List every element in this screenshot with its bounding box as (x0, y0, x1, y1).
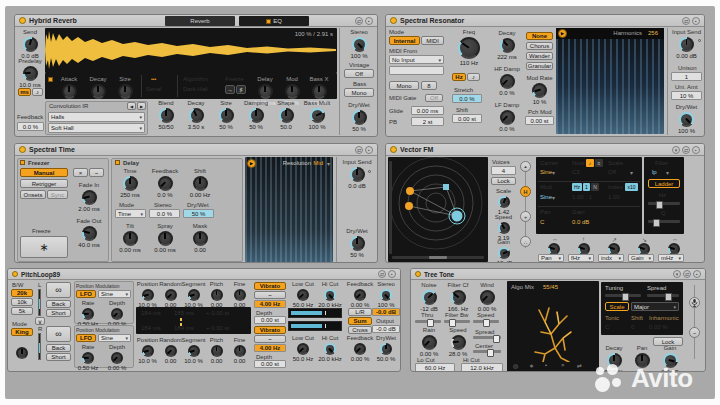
eq-enable-toggle[interactable] (266, 19, 271, 24)
delay-l-b[interactable]: 185 ms (174, 310, 194, 316)
scale-mode-value[interactable]: Off (608, 169, 616, 175)
carrier-dropdown-arrow[interactable]: ▾ (552, 169, 555, 176)
freq-knob-value[interactable]: 110 Hz (460, 60, 479, 67)
feedback-r-knob-value[interactable]: 0.00 % (351, 356, 370, 363)
scale-dropdown[interactable]: Major (631, 302, 679, 311)
add-button[interactable]: + (520, 211, 531, 222)
xy-h-scrollbar[interactable] (392, 256, 484, 259)
drywet-knob-value[interactable]: 50 % (352, 126, 366, 133)
fade-out-knob-dial[interactable] (82, 226, 97, 241)
bw-20k-button[interactable]: 20k (11, 289, 33, 297)
mode-midi-button[interactable]: MIDI (421, 36, 444, 45)
dot-icon[interactable]: • (545, 362, 547, 368)
blend-knob-value[interactable]: 50/50 (158, 124, 173, 131)
delay-r-b[interactable]: 184 ms (174, 325, 194, 331)
wind-knob-dial[interactable] (480, 290, 495, 305)
aux-knob-dial[interactable] (16, 347, 28, 359)
mod-type-chorus[interactable]: Chorus (526, 42, 553, 50)
shift-field[interactable]: 0.00 st (452, 114, 482, 123)
stereo-knob-value[interactable]: 100 % (350, 53, 367, 60)
pitch-l-knob-dial[interactable] (211, 289, 223, 301)
pitch-l-readout[interactable]: + 0.00 st (206, 310, 229, 316)
save-icon[interactable]: ▪ (365, 146, 373, 154)
lowcut-l-knob-dial[interactable] (297, 289, 309, 301)
hotswap-icon[interactable]: ⇄ (355, 17, 363, 25)
mod-type-granular[interactable]: Granular (526, 62, 553, 70)
drywet-knob-dial[interactable] (380, 343, 392, 355)
rate-r-knob-value[interactable]: 0.50 Hz (78, 365, 99, 372)
glide-field[interactable]: 0.00 ms (411, 106, 444, 115)
preset-eject-button[interactable]: ▲ (520, 161, 531, 172)
spectral-time-titlebar[interactable]: Spectral Time ⇄▪ (15, 144, 377, 156)
macro-dest-1-dropdown[interactable]: Pan (538, 254, 564, 262)
pan-value[interactable]: C (540, 219, 544, 225)
tuning-spread-slider[interactable] (647, 294, 679, 297)
decay-knob-dial[interactable] (189, 108, 204, 123)
device-activator-toggle[interactable] (12, 271, 18, 277)
rate-l-knob-dial[interactable] (82, 308, 94, 320)
bw-10k-button[interactable]: 10k (11, 298, 33, 306)
blend-knob-dial[interactable] (159, 108, 174, 123)
lfo-r-button[interactable]: LFO (76, 334, 96, 342)
save-icon[interactable]: ▪ (693, 270, 701, 278)
pitchloop-titlebar[interactable]: PitchLoop89 ⇄▪ (8, 269, 400, 280)
mod-wave-select[interactable]: Sine (540, 194, 552, 200)
lo-cut-field[interactable]: 60.0 Hz (415, 363, 455, 372)
decay-knob-value[interactable]: 222 ms (497, 54, 517, 61)
ratio-value[interactable]: 1.00 : 1 (572, 194, 592, 200)
mod-dropdown-arrow[interactable]: ▾ (552, 194, 555, 201)
delay-mode-dropdown[interactable]: Time (115, 209, 146, 218)
tuning-slider[interactable] (605, 294, 641, 297)
spray-knob-value[interactable]: 0.00 ms (154, 247, 175, 254)
mask-knob-value[interactable]: 0.00 (194, 247, 206, 254)
xy-v-scrollbar[interactable] (389, 161, 392, 254)
decay-env-param-dial[interactable] (91, 84, 106, 99)
ir-category-dropdown[interactable]: Halls (48, 112, 145, 122)
fade-in-knob-value[interactable]: 2.00 ms (78, 206, 99, 213)
tab-eq[interactable]: EQ (239, 16, 309, 26)
freeze-retrigger-button[interactable]: Retrigger (20, 179, 68, 188)
unison-field[interactable]: 1 (671, 72, 702, 81)
input-send-knob-value[interactable]: 0.0 dB (348, 183, 365, 190)
drywet-knob-value[interactable]: 50.0 % (377, 356, 396, 363)
shape-knob-dial[interactable] (279, 108, 294, 123)
mod-rate-knob-dial[interactable] (532, 83, 547, 98)
lf-damp-knob-value[interactable]: 0.0 % (499, 126, 514, 133)
hotswap-icon[interactable]: ⇄ (355, 146, 363, 154)
gain-knob-dial[interactable] (498, 247, 510, 259)
drywet-field[interactable]: 50 % (183, 209, 214, 218)
speed-knob-dial[interactable] (498, 222, 510, 234)
pitch-r-readout[interactable]: + 0.00 st (206, 325, 229, 331)
random-l-knob-dial[interactable] (165, 289, 177, 301)
midi-gate-toggle[interactable]: Off (425, 94, 443, 102)
tree-display[interactable]: Algo Mix 55/45 ◎ ∗ • × ⇄ (507, 281, 599, 372)
ratio-hz-toggle[interactable]: Hz (572, 183, 582, 191)
freeze-hold-button[interactable]: ♯ (236, 85, 246, 94)
vector-fm-titlebar[interactable]: Vector FM ▾⇄▪ (386, 144, 704, 156)
branch-icon[interactable]: ∗ (529, 362, 534, 369)
lfo-shape-l-dropdown[interactable]: Sine (98, 290, 131, 298)
random-r-knob-value[interactable]: 0.00 (165, 358, 177, 365)
predelay-sync-button[interactable]: ♪ (32, 88, 43, 96)
center-slider[interactable] (473, 350, 501, 353)
save-icon[interactable]: ▪ (388, 270, 396, 278)
pch-mod-field[interactable]: 0.00 st (525, 116, 554, 125)
depth-r-knob-value[interactable]: 0.00 % (108, 365, 127, 372)
damping-knob-value[interactable]: 50 % (249, 124, 263, 131)
bw-5k-button[interactable]: 5k (11, 307, 33, 315)
freezer-enable-toggle[interactable] (20, 160, 25, 165)
mode-internal-button[interactable]: Internal (389, 36, 420, 45)
freeze-button[interactable]: ∗ (20, 236, 68, 258)
ratio-n-toggle[interactable]: N (591, 183, 599, 191)
loop-r-button[interactable]: ∞ (46, 326, 71, 342)
algo-mix-value[interactable]: 55/45 (543, 284, 558, 290)
random-r-knob-dial[interactable] (165, 345, 177, 357)
save-icon[interactable]: ▪ (365, 17, 373, 25)
ir-prev-button[interactable]: ◀ (127, 102, 136, 110)
hotswap-icon[interactable]: ⇄ (683, 270, 691, 278)
decay-knob-value[interactable]: 3.50 s (188, 124, 204, 131)
vibrato-r-rate-field[interactable]: 4.00 Hz (254, 344, 286, 352)
vibrato-l-shape-button[interactable]: ~ (254, 291, 286, 299)
lfo-l-button[interactable]: LFO (76, 290, 96, 298)
play-button[interactable]: ▶ (247, 159, 256, 168)
